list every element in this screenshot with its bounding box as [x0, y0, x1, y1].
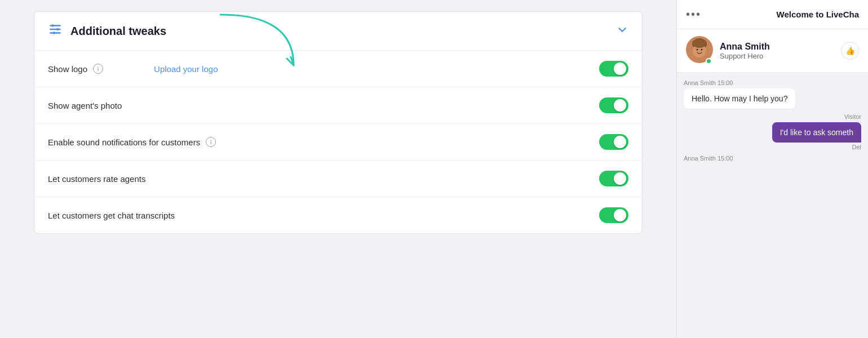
sliders-icon: [48, 22, 63, 40]
svg-point-9: [697, 49, 698, 51]
show-logo-toggle[interactable]: [599, 61, 628, 77]
thumbs-up-icon[interactable]: 👍: [841, 42, 859, 60]
show-agents-photo-label: Show agent's photo: [48, 101, 122, 110]
rate-agents-label: Let customers rate agents: [48, 174, 145, 184]
rate-agents-row: Let customers rate agents: [34, 161, 642, 197]
chat-transcripts-toggle[interactable]: [599, 207, 628, 223]
agent-message-2: Anna Smith 15:00: [684, 155, 733, 164]
show-logo-left: Show logo i Upload your logo: [48, 64, 218, 74]
visitor-message-1-bubble: I'd like to ask someth: [772, 122, 861, 143]
agent-details: Anna Smith Support Hero: [720, 42, 834, 60]
agent-info-bar: Anna Smith Support Hero 👍: [677, 29, 868, 73]
enable-sound-info-icon[interactable]: i: [206, 137, 216, 147]
visitor-message-1: Visitor I'd like to ask someth Del: [684, 113, 861, 150]
additional-tweaks-card: Additional tweaks Show logo i: [34, 11, 643, 234]
show-agents-photo-toggle[interactable]: [599, 97, 628, 113]
chat-transcripts-label: Let customers get chat transcripts: [48, 211, 175, 220]
show-logo-row: Show logo i Upload your logo: [34, 51, 642, 87]
chat-options-icon[interactable]: •••: [686, 8, 701, 21]
agent-message-2-meta: Anna Smith 15:00: [684, 155, 733, 162]
visitor-message-1-meta: Visitor: [844, 113, 861, 120]
collapse-chevron-icon[interactable]: [616, 24, 628, 39]
svg-point-11: [693, 39, 706, 48]
online-status-dot: [706, 58, 712, 64]
chat-messages: Anna Smith 15:00 Hello. How may I help y…: [677, 73, 868, 338]
agent-message-1: Anna Smith 15:00 Hello. How may I help y…: [684, 79, 795, 109]
show-logo-info-icon[interactable]: i: [93, 64, 103, 74]
left-panel: Additional tweaks Show logo i: [0, 0, 676, 338]
rate-agents-toggle[interactable]: [599, 171, 628, 186]
agent-message-1-bubble: Hello. How may I help you?: [684, 88, 795, 109]
card-header-left: Additional tweaks: [48, 22, 166, 40]
enable-sound-toggle[interactable]: [599, 134, 628, 150]
del-label: Del: [852, 144, 861, 150]
enable-sound-label: Enable sound notifications for customers: [48, 137, 200, 147]
svg-point-10: [701, 49, 703, 51]
chat-transcripts-left: Let customers get chat transcripts: [48, 211, 175, 220]
chat-header: ••• Welcome to LiveCha: [677, 0, 868, 29]
agent-role: Support Hero: [720, 52, 834, 60]
show-logo-label: Show logo: [48, 64, 87, 74]
enable-sound-row: Enable sound notifications for customers…: [34, 124, 642, 161]
svg-point-4: [56, 28, 59, 30]
rate-agents-left: Let customers rate agents: [48, 174, 145, 184]
card-header: Additional tweaks: [34, 12, 642, 51]
card-title: Additional tweaks: [70, 25, 166, 38]
upload-logo-link[interactable]: Upload your logo: [154, 64, 218, 74]
enable-sound-left: Enable sound notifications for customers…: [48, 137, 216, 147]
agent-message-1-meta: Anna Smith 15:00: [684, 79, 795, 86]
show-agents-photo-left: Show agent's photo: [48, 101, 122, 110]
show-agents-photo-row: Show agent's photo: [34, 87, 642, 124]
chat-header-title: Welcome to LiveCha: [777, 10, 859, 19]
svg-point-3: [52, 24, 54, 26]
chat-transcripts-row: Let customers get chat transcripts: [34, 197, 642, 233]
agent-name: Anna Smith: [720, 42, 834, 52]
chat-panel: ••• Welcome to LiveCha Anna Smit: [676, 0, 868, 338]
svg-point-5: [53, 32, 55, 34]
agent-avatar-container: [686, 36, 713, 65]
